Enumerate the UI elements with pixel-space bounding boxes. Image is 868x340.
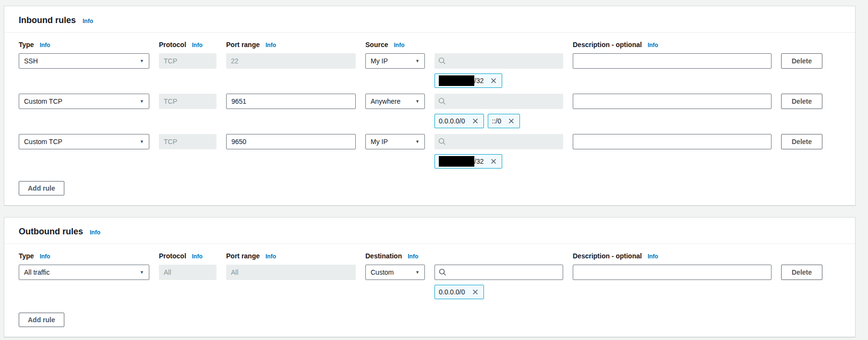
remove-token-button[interactable] xyxy=(472,118,479,124)
source-tokens: /32 xyxy=(434,73,563,88)
protocol-info-link[interactable]: Info xyxy=(192,253,203,260)
close-icon xyxy=(490,77,497,84)
port-range-info-link[interactable]: Info xyxy=(265,42,276,49)
close-icon xyxy=(472,118,479,124)
type-select[interactable]: Custom TCP ▼ xyxy=(19,134,149,149)
column-label-port-range: Port range Info xyxy=(226,40,356,49)
search-icon xyxy=(438,97,446,105)
inbound-panel-header: Inbound rules Info xyxy=(4,6,855,33)
port-range-info-link[interactable]: Info xyxy=(265,253,276,260)
chevron-down-icon: ▼ xyxy=(415,270,420,275)
outbound-rule-row: All traffic ▼ All All Custom ▼ Delete 0.… xyxy=(19,265,841,299)
remove-token-button[interactable] xyxy=(490,158,497,165)
cidr-token: 0.0.0.0/0 xyxy=(434,285,484,299)
column-label-protocol: Protocol Info xyxy=(159,252,217,260)
chevron-down-icon: ▼ xyxy=(415,99,420,104)
description-info-link[interactable]: Info xyxy=(648,253,658,260)
source-search-input xyxy=(450,138,559,146)
destination-tokens: 0.0.0.0/0 xyxy=(434,285,563,299)
chevron-down-icon: ▼ xyxy=(140,59,144,63)
close-icon xyxy=(490,158,497,165)
search-icon xyxy=(438,57,446,65)
source-tokens: /32 xyxy=(434,154,563,169)
source-tokens: 0.0.0.0/0 ::/0 xyxy=(434,114,563,128)
source-select[interactable]: My IP ▼ xyxy=(365,134,425,149)
type-info-link[interactable]: Info xyxy=(40,253,50,260)
outbound-column-labels: Type Info Protocol Info Port range Info … xyxy=(19,252,841,260)
port-range-input[interactable] xyxy=(226,94,356,109)
outbound-info-link[interactable]: Info xyxy=(90,229,100,236)
inbound-rule-row: Custom TCP ▼ TCP Anywhere ▼ Delete 0.0.0… xyxy=(19,94,841,128)
cidr-token: /32 xyxy=(434,154,502,169)
delete-rule-button[interactable]: Delete xyxy=(781,134,822,149)
add-rule-button[interactable]: Add rule xyxy=(19,313,64,327)
chevron-down-icon: ▼ xyxy=(140,270,144,275)
inbound-panel-body: Type Info Protocol Info Port range Info … xyxy=(4,33,855,205)
chevron-down-icon: ▼ xyxy=(140,140,144,144)
source-select[interactable]: My IP ▼ xyxy=(365,53,425,69)
outbound-panel-header: Outbound rules Info xyxy=(4,218,855,244)
search-icon xyxy=(439,268,446,276)
column-label-source: Source Info xyxy=(365,40,425,49)
source-info-link[interactable]: Info xyxy=(394,42,404,49)
column-label-description: Description - optional Info xyxy=(573,40,772,49)
protocol-field: All xyxy=(159,265,217,280)
delete-rule-button[interactable]: Delete xyxy=(781,265,822,280)
outbound-panel-title: Outbound rules xyxy=(19,226,83,237)
cidr-token: 0.0.0.0/0 xyxy=(434,114,484,128)
column-label-type: Type Info xyxy=(19,252,149,260)
chevron-down-icon: ▼ xyxy=(140,99,144,104)
add-rule-button[interactable]: Add rule xyxy=(19,181,64,195)
port-range-field: 22 xyxy=(226,53,356,69)
type-info-link[interactable]: Info xyxy=(40,42,50,49)
cidr-token: ::/0 xyxy=(488,114,520,128)
remove-token-button[interactable] xyxy=(490,77,497,84)
source-search-box xyxy=(434,94,563,109)
inbound-rule-row: SSH ▼ TCP 22 My IP ▼ Delete /32 xyxy=(19,53,841,88)
inbound-panel-title: Inbound rules xyxy=(19,15,76,25)
source-search-box xyxy=(434,53,563,69)
search-icon xyxy=(438,138,446,146)
destination-info-link[interactable]: Info xyxy=(408,253,418,260)
inbound-column-labels: Type Info Protocol Info Port range Info … xyxy=(19,40,841,49)
type-select[interactable]: SSH ▼ xyxy=(19,53,149,69)
destination-search-box[interactable] xyxy=(434,265,563,280)
source-search-input xyxy=(450,57,559,65)
protocol-field: TCP xyxy=(159,53,217,69)
description-input[interactable] xyxy=(573,134,772,149)
close-icon xyxy=(472,289,479,295)
description-input[interactable] xyxy=(573,94,772,109)
inbound-rule-row: Custom TCP ▼ TCP My IP ▼ Delete /32 xyxy=(19,134,841,169)
column-label-description: Description - optional Info xyxy=(573,252,772,260)
protocol-field: TCP xyxy=(159,94,217,109)
inbound-info-link[interactable]: Info xyxy=(83,18,93,24)
cidr-token: /32 xyxy=(434,73,502,88)
outbound-rules-panel: Outbound rules Info Type Info Protocol I… xyxy=(4,217,856,337)
column-label-destination: Destination Info xyxy=(365,252,425,260)
port-range-input[interactable] xyxy=(226,134,356,149)
source-search-box xyxy=(434,134,563,149)
description-info-link[interactable]: Info xyxy=(648,42,658,49)
type-select[interactable]: Custom TCP ▼ xyxy=(19,94,149,109)
chevron-down-icon: ▼ xyxy=(415,140,420,144)
source-select[interactable]: Anywhere ▼ xyxy=(365,94,425,109)
chevron-down-icon: ▼ xyxy=(415,59,420,63)
inbound-rules-panel: Inbound rules Info Type Info Protocol In… xyxy=(4,6,856,206)
column-label-protocol: Protocol Info xyxy=(159,40,217,49)
source-search-input xyxy=(450,97,559,105)
remove-token-button[interactable] xyxy=(508,118,515,124)
description-input[interactable] xyxy=(573,53,772,69)
type-select[interactable]: All traffic ▼ xyxy=(19,265,149,280)
destination-search-input[interactable] xyxy=(450,268,559,276)
delete-rule-button[interactable]: Delete xyxy=(781,53,822,69)
port-range-field: All xyxy=(226,265,356,280)
destination-select[interactable]: Custom ▼ xyxy=(365,265,425,280)
protocol-field: TCP xyxy=(159,134,217,149)
close-icon xyxy=(508,118,515,124)
redacted-ip xyxy=(439,75,474,86)
description-input[interactable] xyxy=(573,265,772,280)
delete-rule-button[interactable]: Delete xyxy=(781,94,822,109)
remove-token-button[interactable] xyxy=(472,289,479,295)
redacted-ip xyxy=(439,156,474,167)
protocol-info-link[interactable]: Info xyxy=(192,42,203,49)
